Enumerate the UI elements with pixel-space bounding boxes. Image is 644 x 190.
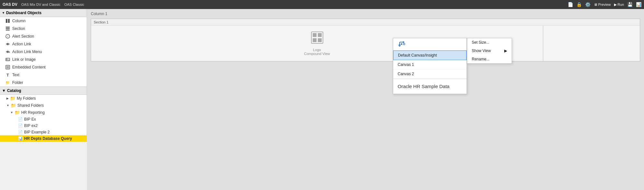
svg-rect-18 — [318, 38, 322, 42]
catalog-item-bip-ex[interactable]: 📄 BIP Ex — [0, 116, 87, 122]
catalog-item-my-folders[interactable]: ▶ 📁 My Folders — [0, 95, 87, 102]
catalog-item-hr-depts[interactable]: 📊 HR Depts Database Query — [0, 135, 87, 142]
section-box: Section 1 Logo Compound Vi — [91, 19, 640, 61]
svg-rect-2 — [6, 27, 10, 28]
alert-section-icon: ! — [5, 34, 10, 39]
dashboard-objects-label: Dashboard Objects — [6, 11, 42, 15]
catalog-item-hr-reporting[interactable]: ▼ 📁 HR Reporting — [0, 109, 87, 116]
svg-line-9 — [9, 52, 10, 53]
sidebar-item-alert-section[interactable]: ! Alert Section — [0, 32, 87, 40]
context-menu-set-size[interactable]: Set Size... — [467, 38, 512, 47]
logo-text: Logo Compound View — [304, 48, 330, 56]
logo-line2: Compound View — [304, 52, 330, 56]
folder-icon: 📁 — [5, 80, 10, 85]
embedded-content-icon — [5, 65, 10, 70]
action-link-menu-icon — [5, 49, 10, 54]
catalog-label: Catalog — [7, 88, 21, 93]
dropdown-item-canvas2[interactable]: Canvas 2 — [393, 69, 467, 79]
dashboard-objects-triangle: ▼ — [2, 11, 5, 14]
svg-rect-17 — [313, 38, 317, 42]
catalog-triangle: ▼ — [2, 88, 6, 93]
file-icon[interactable]: 📄 — [568, 2, 573, 7]
logo-line1: Logo — [304, 48, 330, 52]
bip-example2-file-icon: 📄 — [18, 130, 23, 134]
dropdown-item-oracle-hr: Oracle HR Sample Data — [393, 79, 467, 94]
nav-item-classic[interactable]: OAS Classic — [64, 3, 84, 6]
svg-rect-3 — [6, 28, 10, 29]
shared-folders-icon: 📁 — [11, 103, 16, 108]
action-link-icon — [5, 41, 10, 47]
svg-rect-16 — [318, 33, 322, 37]
hr-reporting-triangle: ▼ — [10, 111, 13, 114]
dropdown-item-default[interactable]: Default Canvas/Insight — [393, 50, 467, 60]
sidebar-item-action-link[interactable]: Action Link — [0, 40, 87, 48]
svg-point-22 — [401, 43, 402, 45]
dropdown-panel: Default Canvas/Insight Canvas 1 Canvas 2… — [393, 38, 467, 94]
cell-right[interactable] — [543, 26, 640, 61]
svg-rect-1 — [8, 19, 10, 23]
catalog-header[interactable]: ▼ Catalog — [0, 86, 87, 95]
svg-point-8 — [7, 51, 8, 52]
svg-point-21 — [403, 41, 404, 43]
sidebar-item-action-link-menu[interactable]: Action Link Menu — [0, 48, 87, 56]
svg-text:!: ! — [7, 35, 8, 38]
section-content: Logo Compound View — [91, 26, 640, 61]
main-layout: ▼ Dashboard Objects Column Section ! — [0, 9, 644, 190]
sidebar: ▼ Dashboard Objects Column Section ! — [0, 9, 87, 142]
sidebar-item-text[interactable]: T Text — [0, 71, 87, 79]
run-button[interactable]: ▶ Run — [614, 3, 624, 7]
svg-point-7 — [7, 43, 8, 45]
context-menu-rename[interactable]: Rename... — [467, 55, 512, 63]
sidebar-item-link-or-image[interactable]: Link or Image — [0, 56, 87, 63]
column-icon — [5, 18, 10, 23]
section-label: Section 1 — [91, 19, 640, 26]
sidebar-item-section[interactable]: Section — [0, 25, 87, 32]
context-menu-show-view[interactable]: Show View ▶ — [467, 47, 512, 55]
bip-ex-file-icon: 📄 — [18, 117, 23, 122]
sidebar-item-folder[interactable]: 📁 Folder — [0, 79, 87, 86]
dropdown-item-canvas1[interactable]: Canvas 1 — [393, 60, 467, 69]
link-image-icon — [5, 57, 10, 62]
svg-rect-13 — [6, 66, 9, 68]
sidebar-item-embedded-content[interactable]: Embedded Content — [0, 63, 87, 71]
my-folders-folder-icon: 📁 — [10, 96, 15, 101]
svg-rect-4 — [6, 30, 10, 31]
text-icon: T — [5, 72, 10, 77]
content-area: Column 1 Section 1 Logo — [87, 9, 644, 190]
svg-point-24 — [403, 43, 405, 45]
section-icon — [5, 26, 10, 31]
brand-label: OAS DV — [3, 2, 17, 7]
chart-icon[interactable]: 📊 — [636, 2, 641, 7]
save-icon[interactable]: 💾 — [627, 2, 633, 7]
shared-folders-triangle: ▼ — [6, 104, 9, 107]
dashboard-objects-header[interactable]: ▼ Dashboard Objects — [0, 9, 87, 17]
gear-icon[interactable]: ⚙️ — [585, 2, 591, 7]
hr-reporting-folder-icon: 📁 — [14, 110, 20, 115]
hr-depts-file-icon: 📊 — [18, 136, 23, 141]
catalog-item-bip-example2[interactable]: 📄 BIP Example 2 — [0, 129, 87, 135]
dropdown-canvas-icon — [398, 41, 405, 49]
nav-item-mix[interactable]: OAS Mix DV and Classic — [21, 3, 61, 6]
sidebar-wrapper: ▼ Dashboard Objects Column Section ! — [0, 9, 87, 190]
svg-rect-15 — [313, 33, 317, 37]
catalog-item-shared-folders[interactable]: ▼ 📁 Shared Folders — [0, 102, 87, 109]
top-nav-bar: OAS DV OAS Mix DV and Classic OAS Classi… — [0, 0, 644, 9]
logo-compound-icon — [311, 31, 324, 47]
hr-depts-label: HR Depts Database Query — [24, 136, 72, 141]
catalog-item-bip-ex2[interactable]: 📄 BIP ex2 — [0, 122, 87, 129]
context-menu: Set Size... Show View ▶ Rename... — [467, 38, 512, 64]
lock-icon[interactable]: 🔒 — [576, 2, 582, 7]
preview-icon: 🖥 — [594, 3, 597, 6]
sidebar-item-column[interactable]: Column — [0, 17, 87, 25]
submenu-arrow-icon: ▶ — [504, 49, 507, 53]
run-icon: ▶ — [614, 3, 617, 7]
svg-rect-0 — [6, 19, 7, 23]
preview-button[interactable]: 🖥 Preview — [594, 3, 611, 6]
column-label: Column 1 — [87, 9, 644, 17]
bip-ex2-file-icon: 📄 — [18, 123, 23, 128]
my-folders-triangle: ▶ — [6, 97, 9, 100]
top-nav-right: 📄 🔒 ⚙️ 🖥 Preview ▶ Run 💾 📊 — [568, 2, 641, 7]
